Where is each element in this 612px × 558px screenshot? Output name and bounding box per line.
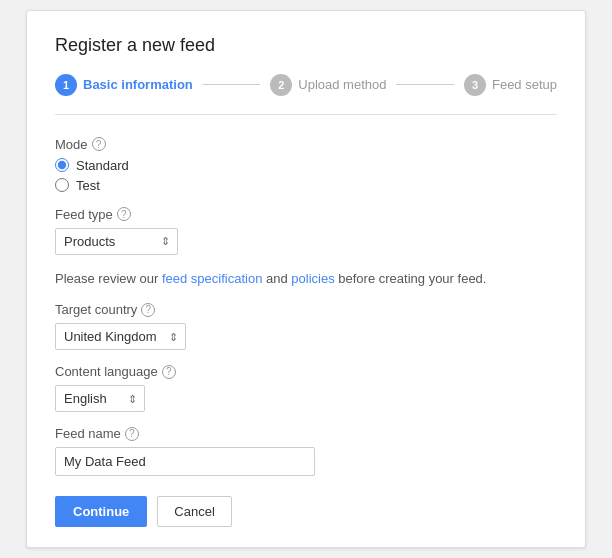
step-3-circle: 3 [464, 74, 486, 96]
target-country-select-wrapper: United Kingdom United States Germany Fra… [55, 323, 186, 350]
feed-name-help-icon[interactable]: ? [125, 427, 139, 441]
register-feed-card: Register a new feed 1 Basic information … [26, 10, 586, 549]
mode-standard-option[interactable]: Standard [55, 158, 557, 173]
content-language-label: Content language ? [55, 364, 557, 379]
target-country-label: Target country ? [55, 302, 557, 317]
mode-test-option[interactable]: Test [55, 178, 557, 193]
step-line-2 [396, 84, 454, 85]
stepper: 1 Basic information 2 Upload method 3 Fe… [55, 74, 557, 115]
mode-help-icon[interactable]: ? [92, 137, 106, 151]
content-language-select-wrapper: English German French [55, 385, 145, 412]
mode-test-radio[interactable] [55, 178, 69, 192]
continue-button[interactable]: Continue [55, 496, 147, 527]
step-2: 2 Upload method [270, 74, 386, 96]
step-2-circle: 2 [270, 74, 292, 96]
target-country-section: Target country ? United Kingdom United S… [55, 302, 557, 350]
policies-link[interactable]: policies [291, 271, 334, 286]
step-2-label: Upload method [298, 77, 386, 92]
step-line-1 [203, 84, 261, 85]
feed-spec-link[interactable]: feed specification [162, 271, 262, 286]
step-3-label: Feed setup [492, 77, 557, 92]
feed-name-input[interactable] [55, 447, 315, 476]
feed-name-label: Feed name ? [55, 426, 557, 441]
step-1-label: Basic information [83, 77, 193, 92]
feed-type-label: Feed type ? [55, 207, 557, 222]
target-country-select[interactable]: United Kingdom United States Germany Fra… [55, 323, 186, 350]
feed-type-select[interactable]: Products Local products Promotions [55, 228, 178, 255]
feed-type-select-wrapper: Products Local products Promotions [55, 228, 178, 255]
mode-section: Mode ? Standard Test [55, 137, 557, 193]
button-row: Continue Cancel [55, 496, 557, 527]
content-language-select[interactable]: English German French [55, 385, 145, 412]
cancel-button[interactable]: Cancel [157, 496, 231, 527]
step-1-circle: 1 [55, 74, 77, 96]
content-language-help-icon[interactable]: ? [162, 365, 176, 379]
target-country-help-icon[interactable]: ? [141, 303, 155, 317]
mode-radio-group: Standard Test [55, 158, 557, 193]
feed-type-section: Feed type ? Products Local products Prom… [55, 207, 557, 255]
step-3: 3 Feed setup [464, 74, 557, 96]
feed-name-section: Feed name ? [55, 426, 557, 476]
info-text: Please review our feed specification and… [55, 269, 557, 289]
mode-standard-radio[interactable] [55, 158, 69, 172]
feed-type-help-icon[interactable]: ? [117, 207, 131, 221]
step-1: 1 Basic information [55, 74, 193, 96]
page-title: Register a new feed [55, 35, 557, 56]
content-language-section: Content language ? English German French [55, 364, 557, 412]
mode-label: Mode ? [55, 137, 557, 152]
